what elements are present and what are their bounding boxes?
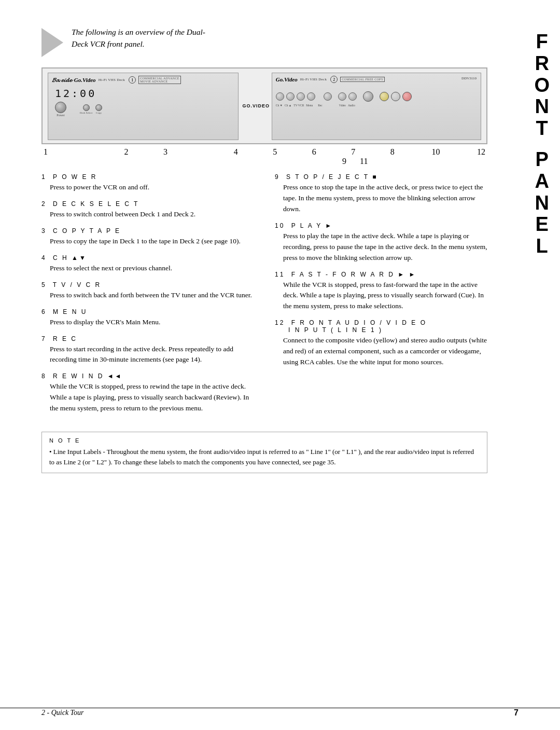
rec-btn — [324, 92, 332, 101]
deck1-hifi-label: Hi-Fi VHS Deck — [99, 78, 125, 82]
deck1-badge: COMMERCIAL ADVANCEMOVIE ADVANCE — [138, 76, 181, 84]
deck2-hifi-label: Hi-Fi VHS Deck — [300, 77, 327, 81]
play-btn — [363, 91, 373, 102]
power-knob — [55, 102, 66, 113]
deck2-badge: COMMERCIAL FREE COPY — [340, 77, 385, 82]
item-4: 4 C H ▲▼ Press to select the next or pre… — [41, 254, 254, 274]
audio-l-rca-btn — [391, 92, 400, 101]
tv-vcr-btn — [297, 92, 305, 101]
item-3: 3 C O P Y T A P E Press to copy the tape… — [41, 227, 254, 247]
item-5: 5 T V / V C R Press to switch back and f… — [41, 281, 254, 301]
ch-down-btn — [276, 92, 284, 101]
deck1-num: 1 — [129, 76, 136, 84]
intro-text: The following is an overview of the Dual… — [72, 26, 205, 50]
note-body: • Line Input Labels - Throughout the men… — [49, 447, 480, 467]
deck2-model: DDV3110 — [461, 76, 477, 80]
callout-numbers-row1: 1 2 3 4 5 6 7 8 10 12 — [41, 146, 487, 157]
item-6: 6 M E N U Press to display the VCR's Mai… — [41, 308, 254, 328]
deck2-num: 2 — [330, 76, 338, 83]
intro-triangle-icon — [41, 28, 63, 57]
deck2-controls — [276, 91, 477, 102]
footer-page-number: 7 — [514, 708, 519, 718]
deck1-brand: 𝓑𝓪.𝓮𝓲𝓭𝓮 — [52, 77, 72, 84]
callout-numbers-row2: 9 11 — [342, 157, 487, 166]
item-12: 12 F R O N T A U D I O / V I D E OI N P … — [275, 319, 487, 368]
vcr-diagram: 𝓑𝓪.𝓮𝓲𝓭𝓮 Go.Video Hi-Fi VHS Deck 1 COMMER… — [41, 67, 487, 144]
deck1-panel: 𝓑𝓪.𝓮𝓲𝓭𝓮 Go.Video Hi-Fi VHS Deck 1 COMMER… — [48, 73, 239, 140]
deck1-knobs: Power Deck Select Copy — [55, 102, 234, 117]
deck2-panel: Go.Video Hi-Fi VHS Deck 2 COMMERCIAL FRE… — [272, 73, 481, 140]
note-section: N O T E • Line Input Labels - Throughout… — [41, 432, 487, 473]
deck-select-knob — [83, 104, 90, 111]
video-rca-btn — [380, 92, 389, 101]
audio-r-rca-btn — [402, 92, 412, 101]
stop-btn — [348, 92, 357, 101]
col-right: 9 S T O P / E J E C T ■ Press once to st… — [275, 173, 487, 421]
copy-knob — [95, 104, 102, 111]
item-2: 2 D E C K S E L E C T Press to switch co… — [41, 200, 254, 220]
item-11: 11 F A S T - F O R W A R D ► ► While the… — [275, 271, 487, 312]
footer-label: 2 - Quick Tour — [41, 709, 84, 717]
item-1: 1 P O W E R Press to power the VCR on an… — [41, 173, 254, 193]
time-display: 12:00 — [55, 87, 234, 100]
ch-up-btn — [286, 92, 295, 101]
note-title: N O T E — [49, 437, 480, 444]
item-10: 10 P L A Y ► Press to play the tape in t… — [275, 222, 487, 264]
col-left: 1 P O W E R Press to power the VCR on an… — [41, 173, 254, 421]
menu-btn — [307, 92, 315, 101]
item-7: 7 R E C Press to start recording in the … — [41, 335, 254, 366]
rewind-btn — [338, 92, 346, 101]
main-content: 1 P O W E R Press to power the VCR on an… — [41, 173, 487, 421]
intro-section: The following is an overview of the Dual… — [41, 26, 529, 57]
vertical-title: F R O N T P A N E L — [534, 31, 551, 257]
govideo-center-label: GO.VIDEO — [244, 73, 269, 139]
item-8: 8 R E W I N D ◄◄ While the VCR is stoppe… — [41, 373, 254, 414]
item-9: 9 S T O P / E J E C T ■ Press once to st… — [275, 173, 487, 215]
page-footer: 2 - Quick Tour 7 — [0, 708, 560, 718]
